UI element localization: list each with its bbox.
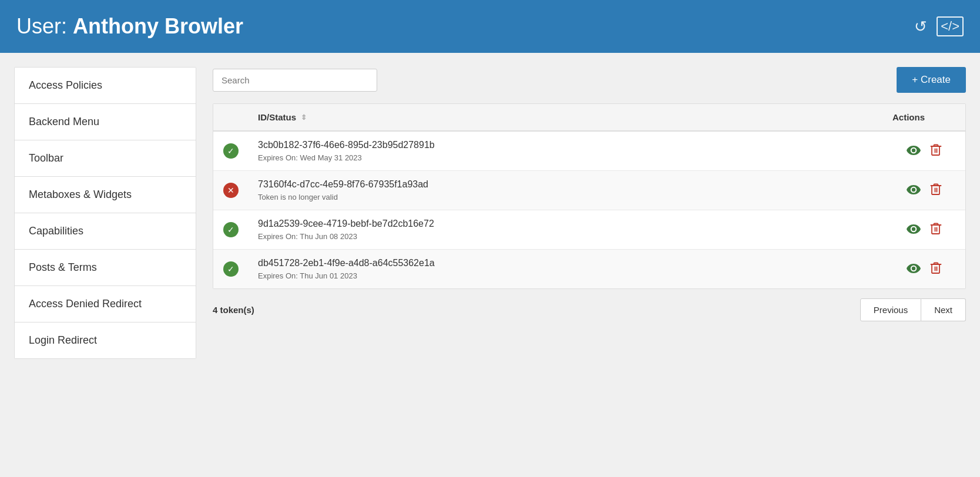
- content-header: + Create: [213, 67, 966, 93]
- token-id-value: db451728-2eb1-4f9e-a4d8-a64c55362e1a: [258, 258, 874, 268]
- actions-cell: [883, 250, 965, 289]
- tokens-table-container: ID/Status ⇕ Actions ✓3cb0b182-37f6-46e6-…: [213, 103, 966, 289]
- view-icon[interactable]: [907, 183, 921, 198]
- view-icon[interactable]: [907, 261, 921, 277]
- col-header-actions: Actions: [883, 104, 965, 131]
- actions-cell: [883, 210, 965, 250]
- status-cell: ✓: [213, 131, 249, 171]
- status-cell: ✓: [213, 250, 249, 289]
- sidebar-item-backend-menu[interactable]: Backend Menu: [15, 104, 196, 140]
- token-sub-value: Expires On: Wed May 31 2023: [258, 153, 362, 162]
- status-cell: ✕: [213, 171, 249, 210]
- col-header-id: ID/Status ⇕: [249, 104, 883, 131]
- status-valid-icon: ✓: [223, 222, 239, 237]
- main-layout: Access Policies Backend Menu Toolbar Met…: [0, 53, 980, 373]
- token-sub-value: Expires On: Thu Jun 01 2023: [258, 271, 357, 280]
- token-count: 4 token(s): [213, 305, 254, 315]
- pagination: Previous Next: [860, 298, 966, 321]
- next-button[interactable]: Next: [921, 298, 966, 321]
- sidebar-item-login-redirect[interactable]: Login Redirect: [15, 323, 196, 358]
- table-footer: 4 token(s) Previous Next: [213, 298, 966, 321]
- status-cell: ✓: [213, 210, 249, 250]
- sidebar-item-access-denied-redirect[interactable]: Access Denied Redirect: [15, 286, 196, 323]
- status-valid-icon: ✓: [223, 143, 239, 159]
- actions-cell: [883, 171, 965, 210]
- actions-group: [892, 143, 956, 159]
- sidebar-item-metaboxes-widgets[interactable]: Metaboxes & Widgets: [15, 177, 196, 213]
- token-id-value: 9d1a2539-9cee-4719-bebf-be7d2cb16e72: [258, 219, 874, 229]
- previous-button[interactable]: Previous: [860, 298, 921, 321]
- view-icon[interactable]: [907, 222, 921, 237]
- table-row: ✓db451728-2eb1-4f9e-a4d8-a64c55362e1aExp…: [213, 250, 965, 289]
- status-invalid-icon: ✕: [223, 183, 239, 198]
- page-title: User: Anthony Browler: [16, 14, 243, 39]
- token-id-cell: db451728-2eb1-4f9e-a4d8-a64c55362e1aExpi…: [249, 250, 883, 289]
- sidebar-item-toolbar[interactable]: Toolbar: [15, 140, 196, 177]
- table-row: ✓3cb0b182-37f6-46e6-895d-23b95d27891bExp…: [213, 131, 965, 171]
- sort-icon: ⇕: [301, 113, 307, 122]
- delete-icon[interactable]: [930, 143, 942, 159]
- reset-icon[interactable]: ↺: [914, 18, 927, 36]
- table-row: ✓9d1a2539-9cee-4719-bebf-be7d2cb16e72Exp…: [213, 210, 965, 250]
- actions-group: [892, 222, 956, 238]
- actions-cell: [883, 131, 965, 171]
- token-id-cell: 3cb0b182-37f6-46e6-895d-23b95d27891bExpi…: [249, 131, 883, 171]
- token-id-cell: 73160f4c-d7cc-4e59-8f76-67935f1a93adToke…: [249, 171, 883, 210]
- code-icon[interactable]: </>: [937, 16, 964, 36]
- page-header: User: Anthony Browler ↺ </>: [0, 0, 980, 53]
- view-icon[interactable]: [907, 143, 921, 159]
- table-row: ✕73160f4c-d7cc-4e59-8f76-67935f1a93adTok…: [213, 171, 965, 210]
- delete-icon[interactable]: [930, 222, 942, 238]
- token-sub-value: Expires On: Thu Jun 08 2023: [258, 232, 357, 241]
- token-id-cell: 9d1a2539-9cee-4719-bebf-be7d2cb16e72Expi…: [249, 210, 883, 250]
- search-input[interactable]: [213, 69, 377, 92]
- header-actions: ↺ </>: [914, 16, 964, 36]
- content-area: + Create ID/Status ⇕ Actions: [213, 67, 966, 359]
- table-header-row: ID/Status ⇕ Actions: [213, 104, 965, 131]
- actions-group: [892, 261, 956, 277]
- actions-group: [892, 183, 956, 199]
- create-button[interactable]: + Create: [897, 67, 966, 93]
- sidebar-item-capabilities[interactable]: Capabilities: [15, 213, 196, 250]
- sidebar-item-posts-terms[interactable]: Posts & Terms: [15, 250, 196, 286]
- tokens-table: ID/Status ⇕ Actions ✓3cb0b182-37f6-46e6-…: [213, 104, 965, 288]
- col-header-status: [213, 104, 249, 131]
- sidebar: Access Policies Backend Menu Toolbar Met…: [14, 67, 196, 359]
- delete-icon[interactable]: [930, 183, 942, 199]
- sidebar-item-access-policies[interactable]: Access Policies: [15, 68, 196, 104]
- token-sub-value: Token is no longer valid: [258, 193, 338, 201]
- delete-icon[interactable]: [930, 261, 942, 277]
- token-id-value: 73160f4c-d7cc-4e59-8f76-67935f1a93ad: [258, 179, 874, 190]
- status-valid-icon: ✓: [223, 261, 239, 277]
- token-id-value: 3cb0b182-37f6-46e6-895d-23b95d27891b: [258, 140, 874, 150]
